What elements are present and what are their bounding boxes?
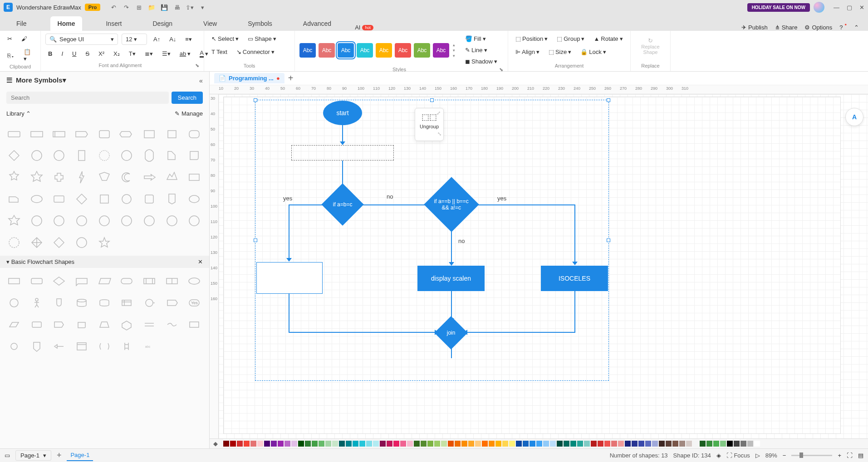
- color-swatch[interactable]: [441, 441, 447, 447]
- color-swatch[interactable]: [244, 441, 250, 447]
- color-swatch[interactable]: [346, 441, 352, 447]
- font-size-select[interactable]: 12 ▾: [122, 34, 147, 45]
- flowchart-stencil[interactable]: [185, 315, 204, 334]
- cut-icon[interactable]: ✂: [5, 34, 15, 44]
- page-select[interactable]: Page-1 ▾: [15, 450, 51, 461]
- ungroup-icon[interactable]: ⬚⬚: [422, 112, 437, 122]
- color-swatch[interactable]: [434, 441, 440, 447]
- color-swatch[interactable]: [740, 441, 746, 447]
- color-swatch[interactable]: [325, 441, 331, 447]
- canvas[interactable]: start if a=b=c yes no: [219, 94, 868, 438]
- align-dropdown[interactable]: ≡▾: [182, 34, 195, 44]
- shape-stencil[interactable]: [72, 146, 91, 165]
- color-swatch[interactable]: [645, 441, 651, 447]
- zoom-in-button[interactable]: +: [838, 452, 841, 459]
- pages-icon[interactable]: ▭: [5, 452, 10, 459]
- symbol-search-button[interactable]: Search: [172, 92, 203, 104]
- color-swatch[interactable]: [502, 441, 508, 447]
- shape-stencil[interactable]: [72, 168, 91, 187]
- color-swatch[interactable]: [359, 441, 365, 447]
- focus-button[interactable]: ⛶ Focus: [726, 452, 750, 459]
- layers-icon[interactable]: ◈: [716, 452, 721, 459]
- style-swatch-3[interactable]: Abc: [357, 43, 373, 58]
- shape-stencil[interactable]: [140, 190, 159, 209]
- ai-label[interactable]: AI: [355, 24, 360, 31]
- color-swatch[interactable]: [393, 441, 399, 447]
- ungroup-label[interactable]: Ungroup: [420, 124, 439, 129]
- flowchart-stencil[interactable]: [72, 272, 91, 291]
- flowchart-stencil[interactable]: [162, 272, 181, 291]
- color-swatch[interactable]: [455, 441, 461, 447]
- flowchart-stencil[interactable]: [140, 272, 159, 291]
- shape-stencil[interactable]: [140, 211, 159, 230]
- zoom-slider[interactable]: [791, 455, 832, 456]
- tab-insert[interactable]: Insert: [98, 16, 129, 31]
- close-icon[interactable]: ✕: [859, 4, 864, 11]
- underline-button[interactable]: U: [69, 49, 79, 59]
- shape-stencil[interactable]: [162, 146, 181, 165]
- color-swatch[interactable]: [421, 441, 427, 447]
- color-swatch[interactable]: [577, 441, 583, 447]
- flowchart-stencil[interactable]: [27, 315, 46, 334]
- color-swatch[interactable]: [625, 441, 631, 447]
- color-swatch[interactable]: [557, 441, 563, 447]
- color-swatch[interactable]: [339, 441, 345, 447]
- style-swatch-7[interactable]: Abc: [433, 43, 449, 58]
- color-swatch[interactable]: [659, 441, 665, 447]
- line-dropdown[interactable]: ✎ Line ▾: [462, 45, 500, 55]
- color-swatch[interactable]: [666, 441, 672, 447]
- tab-advanced[interactable]: Advanced: [296, 16, 338, 31]
- expand-tool-icon[interactable]: ⤢: [436, 110, 441, 116]
- color-swatch[interactable]: [495, 441, 501, 447]
- color-swatch[interactable]: [291, 441, 297, 447]
- bold-button[interactable]: B: [45, 49, 55, 59]
- color-swatch[interactable]: [366, 441, 372, 447]
- color-swatch[interactable]: [591, 441, 597, 447]
- color-swatch[interactable]: [706, 441, 712, 447]
- flowchart-stencil[interactable]: [95, 272, 114, 291]
- empty-display[interactable]: [256, 262, 323, 294]
- flowchart-stencil[interactable]: [27, 337, 46, 356]
- flowchart-stencil[interactable]: [117, 315, 136, 334]
- color-swatch[interactable]: [475, 441, 481, 447]
- publish-button[interactable]: ✈ Publish: [741, 24, 768, 31]
- display-isoceles[interactable]: ISOCELES: [541, 266, 608, 291]
- color-swatch[interactable]: [727, 441, 733, 447]
- lock-dropdown[interactable]: 🔒 Lock ▾: [578, 47, 608, 57]
- more-symbols-title[interactable]: More Symbols▾: [16, 76, 66, 84]
- text-tool[interactable]: T Text: [209, 47, 230, 57]
- shape-stencil[interactable]: [49, 124, 69, 143]
- shadow-dropdown[interactable]: ◼ Shadow ▾: [462, 56, 500, 67]
- shape-stencil[interactable]: [95, 168, 114, 187]
- color-swatch[interactable]: [652, 441, 658, 447]
- shape-stencil[interactable]: [27, 211, 46, 230]
- group-dropdown[interactable]: ⬚ Group ▾: [554, 34, 587, 44]
- library-toggle[interactable]: Library ⌃: [6, 110, 31, 117]
- flowchart-stencil[interactable]: [49, 315, 69, 334]
- color-swatch[interactable]: [482, 441, 488, 447]
- shape-stencil[interactable]: [95, 146, 114, 165]
- collapse-panel-icon[interactable]: «: [199, 77, 203, 84]
- line-spacing-button[interactable]: ≣▾: [142, 49, 156, 59]
- flowchart-stencil[interactable]: [117, 272, 136, 291]
- color-swatch[interactable]: [468, 441, 474, 447]
- color-swatch[interactable]: [373, 441, 379, 447]
- start-node[interactable]: start: [323, 101, 362, 125]
- shape-stencil[interactable]: [95, 124, 114, 143]
- color-swatch[interactable]: [284, 441, 290, 447]
- color-swatch[interactable]: [564, 441, 569, 447]
- flowchart-section-toggle[interactable]: ▾ Basic Flowchart Shapes: [6, 258, 74, 265]
- color-swatch[interactable]: [509, 441, 515, 447]
- color-swatch[interactable]: [278, 441, 284, 447]
- color-swatch[interactable]: [754, 441, 760, 447]
- shape-stencil[interactable]: [185, 168, 204, 187]
- replace-shape-button[interactable]: ↻ Replace Shape: [638, 34, 663, 58]
- styles-more[interactable]: ▾: [453, 53, 455, 58]
- color-swatch[interactable]: [530, 441, 535, 447]
- font-grow-icon[interactable]: A↑: [151, 34, 163, 44]
- color-swatch[interactable]: [305, 441, 311, 447]
- panel-toggle-icon[interactable]: ▤: [858, 452, 863, 459]
- new-tab-button[interactable]: +: [288, 73, 294, 83]
- shape-stencil[interactable]: [5, 211, 24, 230]
- close-section-icon[interactable]: ✕: [198, 258, 203, 265]
